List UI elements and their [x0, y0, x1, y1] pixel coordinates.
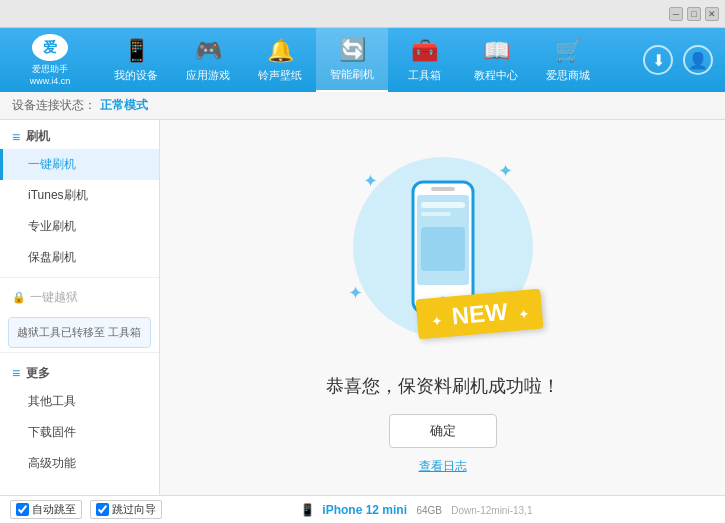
bottom-left: 自动跳至 跳过向导: [10, 500, 290, 519]
sidebar-item-pro-flash[interactable]: 专业刷机: [0, 211, 159, 242]
svg-rect-6: [421, 212, 451, 216]
locked-jailbreak-header: 🔒 一键越狱: [0, 282, 159, 313]
svg-rect-3: [431, 187, 455, 191]
device-info: 📱 iPhone 12 mini 64GB Down-12mini-13,1: [290, 503, 715, 517]
sidebar: ≡ 刷机 一键刷机 iTunes刷机 专业刷机 保盘刷机 🔒 一键越狱 越狱工具…: [0, 120, 160, 495]
close-button[interactable]: ✕: [705, 7, 719, 21]
sidebar-item-other-tools[interactable]: 其他工具: [0, 386, 159, 417]
bottom-bar: 自动跳至 跳过向导 📱 iPhone 12 mini 64GB Down-12m…: [0, 495, 725, 523]
sidebar-item-save-flash[interactable]: 保盘刷机: [0, 242, 159, 273]
tutorial-icon: 📖: [483, 38, 510, 64]
device-storage: 64GB: [416, 505, 442, 516]
nav-smart-flash-label: 智能刷机: [330, 67, 374, 82]
lock-icon: 🔒: [12, 291, 26, 304]
confirm-button[interactable]: 确定: [389, 414, 497, 448]
logo-subtitle: 爱思助手 www.i4.cn: [30, 63, 71, 86]
sidebar-item-one-key-flash[interactable]: 一键刷机: [0, 149, 159, 180]
maximize-button[interactable]: □: [687, 7, 701, 21]
flash-section-header: ≡ 刷机: [0, 120, 159, 149]
apps-icon: 🎮: [195, 38, 222, 64]
nav-my-device-label: 我的设备: [114, 68, 158, 83]
status-label: 设备连接状态：: [12, 97, 96, 114]
sidebar-item-advanced[interactable]: 高级功能: [0, 448, 159, 479]
store-icon: 🛒: [555, 38, 582, 64]
sidebar-divider-1: [0, 277, 159, 278]
nav-tools[interactable]: 🧰 工具箱: [388, 28, 460, 92]
device-name: iPhone 12 mini: [322, 503, 407, 517]
more-section-header: ≡ 更多: [0, 357, 159, 386]
tools-icon: 🧰: [411, 38, 438, 64]
nav-right-area: ⬇ 👤: [631, 28, 725, 92]
wallpaper-icon: 🔔: [267, 38, 294, 64]
nav-items: 📱 我的设备 🎮 应用游戏 🔔 铃声壁纸 🔄 智能刷机 🧰 工具箱 📖 教程中心…: [100, 28, 631, 92]
nav-smart-flash[interactable]: 🔄 智能刷机: [316, 28, 388, 92]
nav-my-device[interactable]: 📱 我的设备: [100, 28, 172, 92]
content-area: ✦ ✦ ✦: [160, 120, 725, 495]
nav-tutorial[interactable]: 📖 教程中心: [460, 28, 532, 92]
device-version: Down-12mini-13,1: [451, 505, 532, 516]
device-icon-small: 📱: [300, 503, 315, 517]
nav-wallpaper[interactable]: 🔔 铃声壁纸: [244, 28, 316, 92]
main-layout: ≡ 刷机 一键刷机 iTunes刷机 专业刷机 保盘刷机 🔒 一键越狱 越狱工具…: [0, 120, 725, 495]
more-section-icon: ≡: [12, 365, 20, 381]
window-controls[interactable]: ─ □ ✕: [669, 7, 719, 21]
user-button[interactable]: 👤: [683, 45, 713, 75]
sidebar-item-itunes-flash[interactable]: iTunes刷机: [0, 180, 159, 211]
svg-rect-5: [421, 202, 465, 208]
logo-icon: 爱: [32, 34, 68, 61]
nav-apps[interactable]: 🎮 应用游戏: [172, 28, 244, 92]
device-icon: 📱: [123, 38, 150, 64]
status-value: 正常模式: [100, 97, 148, 114]
illustration: ✦ ✦ ✦: [333, 140, 553, 354]
auto-jump-checkbox-label[interactable]: 自动跳至: [10, 500, 82, 519]
auto-jump-checkbox[interactable]: [16, 503, 29, 516]
nav-tools-label: 工具箱: [408, 68, 441, 83]
title-bar: ─ □ ✕: [0, 0, 725, 28]
sidebar-divider-2: [0, 352, 159, 353]
svg-rect-7: [421, 227, 465, 271]
notice-box: 越狱工具已转移至 工具箱: [8, 317, 151, 348]
sidebar-item-download-firmware[interactable]: 下载固件: [0, 417, 159, 448]
nav-apps-label: 应用游戏: [186, 68, 230, 83]
nav-wallpaper-label: 铃声壁纸: [258, 68, 302, 83]
smart-flash-icon: 🔄: [339, 37, 366, 63]
flash-section-icon: ≡: [12, 129, 20, 145]
top-nav: 爱 爱思助手 www.i4.cn 📱 我的设备 🎮 应用游戏 🔔 铃声壁纸 🔄 …: [0, 28, 725, 92]
minimize-button[interactable]: ─: [669, 7, 683, 21]
nav-store[interactable]: 🛒 爱思商城: [532, 28, 604, 92]
status-bar: 设备连接状态： 正常模式: [0, 92, 725, 120]
nav-tutorial-label: 教程中心: [474, 68, 518, 83]
nav-store-label: 爱思商城: [546, 68, 590, 83]
download-button[interactable]: ⬇: [643, 45, 673, 75]
daily-link[interactable]: 查看日志: [419, 458, 467, 475]
skip-wizard-checkbox-label[interactable]: 跳过向导: [90, 500, 162, 519]
skip-wizard-checkbox[interactable]: [96, 503, 109, 516]
success-message: 恭喜您，保资料刷机成功啦！: [326, 374, 560, 398]
logo-area: 爱 爱思助手 www.i4.cn: [0, 28, 100, 92]
